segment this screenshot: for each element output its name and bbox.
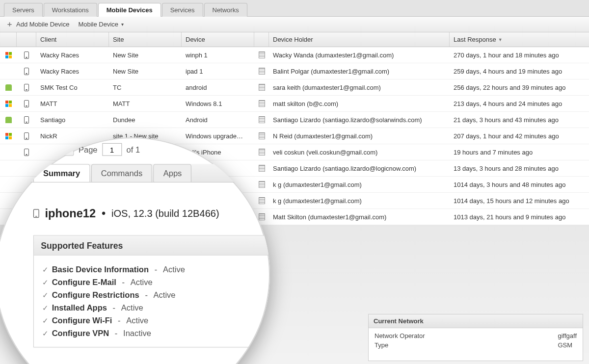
- pager-of-label: of 1: [127, 145, 140, 154]
- phone-icon: [24, 149, 29, 156]
- cell-holder: Wacky Wanda (dumaxtester1@gmail.com): [269, 52, 450, 59]
- col-os[interactable]: [0, 32, 17, 47]
- device-type-icon-cell: [17, 68, 36, 75]
- os-icon-cell: [0, 133, 17, 139]
- building-icon-cell: [254, 84, 269, 91]
- building-icon: [259, 84, 265, 91]
- building-icon: [259, 68, 265, 75]
- phone-icon: [24, 84, 29, 91]
- col-holder[interactable]: Device Holder: [269, 32, 450, 47]
- cell-last-response: 270 days, 1 hour and 18 minutes ago: [450, 52, 589, 59]
- phone-icon: [24, 52, 29, 59]
- device-type-icon-cell: [17, 100, 36, 107]
- cell-holder: Balint Polgar (dumaxtester1@gmail.com): [269, 68, 450, 75]
- cell-holder: k g (dumaxtester1@gmail.com): [269, 197, 450, 205]
- android-icon: [5, 84, 12, 91]
- building-icon-cell: [254, 116, 269, 123]
- tab-apps[interactable]: Apps: [154, 164, 192, 182]
- network-operator-label: Network Operator: [375, 332, 553, 339]
- cell-client: Santiago: [36, 116, 109, 124]
- check-icon: ✓: [42, 278, 49, 286]
- building-icon: [259, 52, 265, 58]
- col-site[interactable]: Site: [109, 32, 182, 47]
- table-row[interactable]: SMK Test CoTCandroidsara keith (dumaxtes…: [0, 79, 589, 96]
- tab-networks[interactable]: Networks: [204, 3, 247, 17]
- col-type[interactable]: [17, 32, 36, 47]
- plus-icon: ＋: [6, 20, 13, 29]
- cell-holder: Santiago Lizardo (santiago.lizardo@logic…: [269, 165, 450, 172]
- cell-client: MATT: [36, 100, 109, 107]
- table-row[interactable]: SantiagoDundeeAndroidSantiago Lizardo (s…: [0, 112, 589, 128]
- pager-page-input[interactable]: [102, 143, 122, 156]
- device-os-line: iOS, 12.3 (build 12B466): [111, 208, 219, 219]
- building-icon: [259, 197, 265, 204]
- cell-holder: veli coskun (veli.coskun@gmail.com): [269, 149, 450, 156]
- col-last-response[interactable]: Last Response ▼: [450, 32, 589, 47]
- feature-state: Inactive: [123, 328, 151, 338]
- building-icon: [259, 165, 265, 172]
- cell-holder: Santiago Lizardo (santiago.lizardo@solar…: [269, 116, 450, 124]
- add-mobile-device-button[interactable]: ＋ Add Mobile Device: [6, 20, 69, 29]
- table-row[interactable]: Wacky RacesNew Sitewinph 1Wacky Wanda (d…: [0, 47, 589, 63]
- col-device[interactable]: Device: [182, 32, 254, 47]
- table-row[interactable]: MATTMATTWindows 8.1matt skilton (b@c.com…: [0, 96, 589, 112]
- col-client[interactable]: Client: [36, 32, 109, 47]
- feature-item: ✓Configure Wi-Fi - Active: [42, 315, 270, 325]
- cell-last-response: 1014 days, 3 hours and 48 minutes ago: [450, 181, 589, 188]
- building-icon: [259, 116, 265, 123]
- table-row[interactable]: Wacky RacesNew Siteipad 1Balint Polgar (…: [0, 63, 589, 79]
- device-name: iphone12: [45, 207, 96, 220]
- cell-holder: Matt Skilton (dumaxtester1@gmail.com): [269, 213, 450, 221]
- feature-item: ✓Configure Restrictions - Active: [42, 290, 270, 300]
- feature-item: ✓Configure VPN - Inactive: [42, 328, 270, 338]
- mobile-device-dropdown[interactable]: Mobile Device ▾: [78, 21, 124, 28]
- cell-last-response: 13 days, 3 hours and 28 minutes ago: [450, 165, 589, 172]
- network-operator-value: giffgaff: [558, 332, 577, 339]
- android-icon: [5, 117, 12, 123]
- feature-name: Configure Wi-Fi: [52, 315, 112, 325]
- network-type-value: GSM: [558, 341, 577, 349]
- check-icon: ✓: [42, 329, 49, 338]
- tab-services[interactable]: Services: [162, 3, 203, 17]
- building-icon-cell: [254, 68, 269, 75]
- cell-device: winph 1: [182, 52, 254, 59]
- os-icon-cell: [0, 101, 17, 107]
- main-tab-bar: Servers Workstations Mobile Devices Serv…: [0, 0, 589, 17]
- building-icon-cell: [254, 197, 269, 204]
- toolbar: ＋ Add Mobile Device Mobile Device ▾: [0, 17, 589, 32]
- cell-device: ipad 1: [182, 68, 254, 75]
- grid-header: Client Site Device Device Holder Last Re…: [0, 32, 589, 47]
- phone-icon: [33, 209, 39, 218]
- phone-icon: [24, 116, 29, 124]
- tab-commands[interactable]: Commands: [91, 164, 153, 182]
- cell-device: Android: [182, 116, 254, 124]
- cell-device: Windows 8.1: [182, 100, 254, 107]
- mobile-device-dropdown-label: Mobile Device: [78, 21, 118, 28]
- cell-holder: matt skilton (b@c.com): [269, 100, 450, 107]
- device-title: iphone12 • iOS, 12.3 (build 12B466): [33, 207, 270, 220]
- cell-last-response: 207 days, 1 hour and 42 minutes ago: [450, 132, 589, 140]
- cell-last-response: 256 days, 22 hours and 39 minutes ago: [450, 84, 589, 91]
- device-type-icon-cell: [17, 84, 36, 91]
- feature-item: ✓Configure E-Mail - Active: [42, 278, 270, 287]
- building-icon: [259, 213, 265, 220]
- table-row[interactable]: NickRsite 1 - New siteWindows upgrade…N …: [0, 128, 589, 144]
- feature-state: Active: [163, 265, 185, 274]
- cell-site: Dundee: [109, 116, 182, 124]
- cell-holder: sara keith (dumaxtester1@gmail.com): [269, 84, 450, 91]
- supported-features-panel: Supported Features ✓Basic Device Informa…: [33, 235, 270, 347]
- cell-site: New Site: [109, 52, 182, 59]
- tab-mobile-devices[interactable]: Mobile Devices: [98, 3, 161, 17]
- col-building[interactable]: [254, 32, 269, 47]
- device-type-icon-cell: [17, 132, 36, 140]
- tab-workstations[interactable]: Workstations: [44, 3, 97, 17]
- building-icon-cell: [254, 181, 269, 188]
- tab-servers[interactable]: Servers: [4, 3, 43, 17]
- building-icon-cell: [254, 100, 269, 107]
- check-icon: ✓: [42, 316, 49, 325]
- feature-name: Configure VPN: [52, 328, 109, 338]
- check-icon: ✓: [42, 303, 49, 312]
- feature-state: Active: [121, 303, 143, 312]
- building-icon: [259, 149, 265, 156]
- cell-site: TC: [109, 84, 182, 91]
